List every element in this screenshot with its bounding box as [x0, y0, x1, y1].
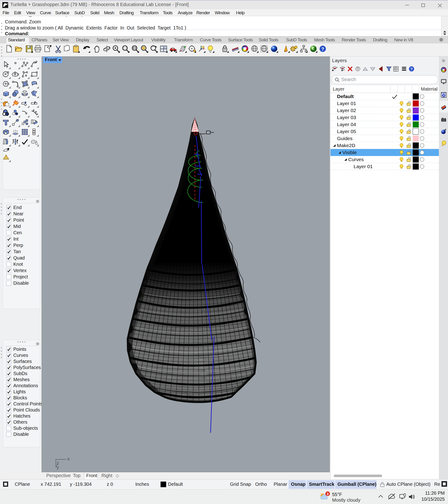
svg-text:?: ?	[321, 46, 324, 52]
svg-text:y: y	[56, 465, 59, 470]
svg-text:?: ?	[443, 94, 445, 97]
svg-text:3: 3	[327, 492, 329, 496]
svg-text:8: 8	[7, 2, 8, 5]
svg-text:?: ?	[410, 67, 413, 71]
svg-text:x: x	[67, 456, 70, 461]
